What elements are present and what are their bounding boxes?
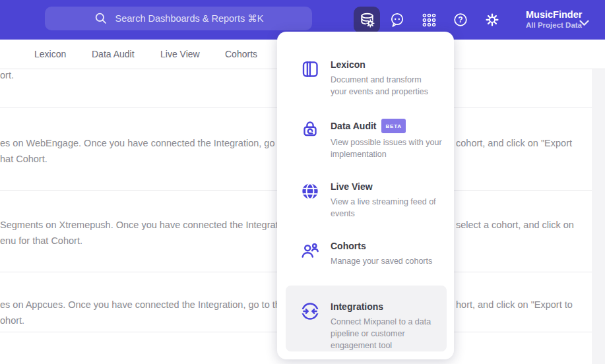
integrations-sync-icon — [300, 301, 320, 321]
menu-item-title-text: Data Audit — [331, 121, 376, 131]
search-icon — [94, 11, 108, 26]
integration-row-text: es on WebEngage. Once you have connected… — [0, 135, 302, 167]
tab-data-audit[interactable]: Data Audit — [92, 40, 135, 69]
content-scroll-gutter — [592, 69, 605, 364]
menu-item-description: View a live streaming feed of events — [331, 196, 436, 220]
integration-row-text-fragment: hort, and click on "Export to — [456, 297, 573, 313]
menu-item-data-audit[interactable]: Data AuditBETA View possible issues with… — [300, 119, 442, 160]
menu-item-title: Data AuditBETA — [331, 119, 442, 133]
tab-lexicon[interactable]: Lexicon — [34, 40, 66, 69]
menu-item-title: Live View — [331, 181, 436, 193]
app-root: ort. es on WebEngage. Once you have conn… — [0, 0, 605, 364]
data-audit-lock-icon — [300, 119, 320, 138]
search-input[interactable]: Search Dashboards & Reports ⌘K — [45, 7, 312, 30]
integration-row-text-fragment: select a cohort, and click on — [456, 217, 574, 233]
chevron-down-icon[interactable] — [579, 17, 589, 29]
help-button[interactable]: ? — [449, 8, 472, 32]
tab-cohorts[interactable]: Cohorts — [225, 40, 257, 69]
feedback-button[interactable] — [385, 8, 409, 32]
menu-item-title: Cohorts — [331, 241, 432, 252]
apps-grid-icon — [422, 13, 437, 28]
lexicon-book-icon — [300, 59, 320, 79]
menu-item-cohorts[interactable]: Cohorts Manage your saved cohorts — [300, 241, 432, 267]
beta-badge: BETA — [381, 119, 405, 133]
menu-item-lexicon[interactable]: Lexicon Document and transform your even… — [300, 59, 428, 98]
cohorts-users-icon — [300, 241, 320, 260]
tab-live-view[interactable]: Live View — [160, 40, 200, 69]
project-switcher[interactable]: MusicFinder All Project Data — [526, 9, 582, 30]
help-icon: ? — [453, 12, 468, 28]
menu-item-description: View possible issues with your implement… — [331, 136, 442, 160]
menu-item-description: Manage your saved cohorts — [331, 255, 432, 267]
feedback-bubble-icon — [389, 12, 405, 28]
integration-row-text-fragment: cohort, and click on "Export — [456, 135, 572, 151]
menu-item-title: Integrations — [331, 301, 431, 313]
navigation-dropdown-panel: Lexicon Document and transform your even… — [277, 32, 454, 359]
menu-item-live-view[interactable]: Live View View a live streaming feed of … — [300, 181, 436, 220]
svg-text:?: ? — [458, 15, 462, 24]
integration-row-text: es on Appcues. Once you have connected t… — [0, 297, 296, 328]
apps-grid-button[interactable] — [417, 8, 441, 32]
live-view-globe-icon — [300, 181, 320, 201]
project-scope: All Project Data — [526, 20, 582, 30]
data-management-icon — [358, 11, 376, 29]
integration-row-text: Segments on Xtremepush. Once you have co… — [0, 217, 294, 249]
integration-row-text: ort. — [0, 67, 14, 83]
settings-button[interactable] — [480, 8, 504, 32]
menu-item-description: Connect Mixpanel to a data pipeline or c… — [331, 316, 431, 351]
project-name: MusicFinder — [526, 9, 582, 20]
settings-gear-icon — [484, 12, 500, 28]
menu-item-title: Lexicon — [331, 59, 428, 71]
search-placeholder: Search Dashboards & Reports ⌘K — [115, 13, 264, 24]
menu-item-integrations[interactable]: Integrations Connect Mixpanel to a data … — [300, 301, 431, 351]
menu-item-description: Document and transform your events and p… — [331, 74, 428, 98]
data-management-button[interactable] — [354, 7, 380, 33]
